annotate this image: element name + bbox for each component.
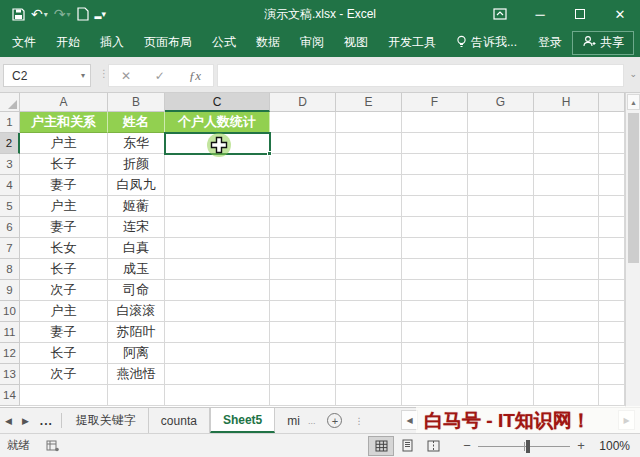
- cell-F9[interactable]: [402, 280, 468, 301]
- cell-B12[interactable]: 阿离: [108, 343, 165, 364]
- tab-page-layout[interactable]: 页面布局: [134, 28, 202, 57]
- row-header-4[interactable]: 4: [0, 175, 20, 196]
- cell-B10[interactable]: 白滚滚: [108, 301, 165, 322]
- expand-formula-bar-icon[interactable]: ⌄: [629, 69, 637, 79]
- cell-G10[interactable]: [468, 301, 534, 322]
- enter-icon[interactable]: ✓: [155, 69, 165, 83]
- cell-x1[interactable]: [599, 112, 625, 133]
- insert-function-icon[interactable]: ƒx: [189, 68, 201, 84]
- cell-A12[interactable]: 长子: [20, 343, 108, 364]
- select-all-corner[interactable]: [0, 93, 20, 112]
- cell-B1[interactable]: 姓名: [108, 112, 165, 133]
- cell-A9[interactable]: 次子: [20, 280, 108, 301]
- row-header-6[interactable]: 6: [0, 217, 20, 238]
- cell-B6[interactable]: 连宋: [108, 217, 165, 238]
- column-header-E[interactable]: E: [336, 93, 402, 112]
- cell-A3[interactable]: 长子: [20, 154, 108, 175]
- minimize-button[interactable]: ─: [520, 0, 560, 28]
- cell-F13[interactable]: [402, 364, 468, 385]
- column-header-H[interactable]: H: [534, 93, 599, 112]
- cell-F7[interactable]: [402, 238, 468, 259]
- cell-H9[interactable]: [534, 280, 599, 301]
- row-header-9[interactable]: 9: [0, 280, 20, 301]
- cell-B5[interactable]: 姬蘅: [108, 196, 165, 217]
- cell-A10[interactable]: 户主: [20, 301, 108, 322]
- cell-E9[interactable]: [336, 280, 402, 301]
- cell-F8[interactable]: [402, 259, 468, 280]
- maximize-button[interactable]: [560, 0, 600, 28]
- cell-A6[interactable]: 妻子: [20, 217, 108, 238]
- cell-H10[interactable]: [534, 301, 599, 322]
- cell-B9[interactable]: 司命: [108, 280, 165, 301]
- zoom-slider-handle[interactable]: [526, 440, 530, 453]
- row-header-10[interactable]: 10: [0, 301, 20, 322]
- cell-F11[interactable]: [402, 322, 468, 343]
- cancel-icon[interactable]: ✕: [121, 69, 131, 83]
- sheet-tab-sheet5[interactable]: Sheet5: [210, 408, 275, 433]
- row-header-2[interactable]: 2: [0, 133, 20, 154]
- cell-A11[interactable]: 妻子: [20, 322, 108, 343]
- cell-E4[interactable]: [336, 175, 402, 196]
- cell-A7[interactable]: 长女: [20, 238, 108, 259]
- close-button[interactable]: ✕: [600, 0, 640, 28]
- cell-B8[interactable]: 成玉: [108, 259, 165, 280]
- cell-E8[interactable]: [336, 259, 402, 280]
- cell-x7[interactable]: [599, 238, 625, 259]
- vertical-scrollbar[interactable]: ▲: [625, 93, 640, 407]
- cell-D7[interactable]: [270, 238, 336, 259]
- row-header-7[interactable]: 7: [0, 238, 20, 259]
- cell-B4[interactable]: 白凤九: [108, 175, 165, 196]
- tab-insert[interactable]: 插入: [90, 28, 134, 57]
- zoom-out-icon[interactable]: −: [460, 438, 474, 453]
- cell-A2[interactable]: 户主: [20, 133, 108, 154]
- cell-D3[interactable]: [270, 154, 336, 175]
- cell-x10[interactable]: [599, 301, 625, 322]
- cell-B3[interactable]: 折颜: [108, 154, 165, 175]
- column-header-partial[interactable]: [599, 93, 625, 112]
- name-box[interactable]: C2 ▾: [3, 64, 91, 87]
- cell-F6[interactable]: [402, 217, 468, 238]
- cell-F14[interactable]: [402, 385, 468, 406]
- cell-B2[interactable]: 东华: [108, 133, 165, 154]
- vertical-scroll-thumb[interactable]: [628, 113, 639, 263]
- name-box-dropdown-icon[interactable]: ▾: [81, 71, 85, 80]
- cell-E10[interactable]: [336, 301, 402, 322]
- cell-G11[interactable]: [468, 322, 534, 343]
- cell-G2[interactable]: [468, 133, 534, 154]
- cell-D6[interactable]: [270, 217, 336, 238]
- cell-G3[interactable]: [468, 154, 534, 175]
- cell-C3[interactable]: [165, 154, 270, 175]
- cell-C7[interactable]: [165, 238, 270, 259]
- new-sheet-button[interactable]: +: [319, 408, 350, 433]
- cell-B13[interactable]: 燕池悟: [108, 364, 165, 385]
- cell-G6[interactable]: [468, 217, 534, 238]
- tab-file[interactable]: 文件: [2, 28, 46, 57]
- cell-G13[interactable]: [468, 364, 534, 385]
- cell-D13[interactable]: [270, 364, 336, 385]
- tab-view[interactable]: 视图: [334, 28, 378, 57]
- cell-x6[interactable]: [599, 217, 625, 238]
- cell-G12[interactable]: [468, 343, 534, 364]
- row-header-5[interactable]: 5: [0, 196, 20, 217]
- cell-x3[interactable]: [599, 154, 625, 175]
- cell-C11[interactable]: [165, 322, 270, 343]
- cell-G1[interactable]: [468, 112, 534, 133]
- cell-x4[interactable]: [599, 175, 625, 196]
- row-header-14[interactable]: 14: [0, 385, 20, 406]
- column-header-F[interactable]: F: [402, 93, 468, 112]
- cell-C6[interactable]: [165, 217, 270, 238]
- row-header-12[interactable]: 12: [0, 343, 20, 364]
- cell-H4[interactable]: [534, 175, 599, 196]
- cell-D11[interactable]: [270, 322, 336, 343]
- cell-A13[interactable]: 次子: [20, 364, 108, 385]
- sheet-nav-left-icon[interactable]: ◀: [0, 408, 17, 433]
- cell-E14[interactable]: [336, 385, 402, 406]
- cell-H11[interactable]: [534, 322, 599, 343]
- cell-x12[interactable]: [599, 343, 625, 364]
- cell-D10[interactable]: [270, 301, 336, 322]
- cell-H1[interactable]: [534, 112, 599, 133]
- cell-C8[interactable]: [165, 259, 270, 280]
- column-header-C[interactable]: C: [165, 93, 270, 112]
- cell-x14[interactable]: [599, 385, 625, 406]
- cell-A14[interactable]: [20, 385, 108, 406]
